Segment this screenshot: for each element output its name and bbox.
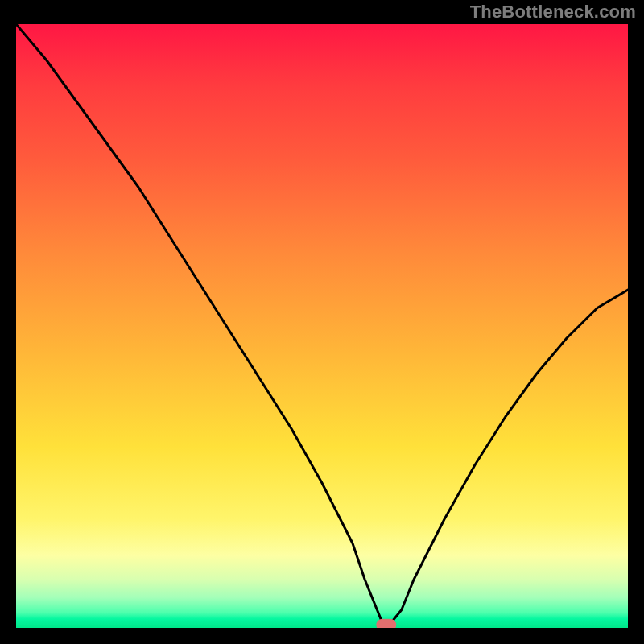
chart-frame: TheBottleneck.com (0, 0, 644, 644)
optimum-marker (377, 619, 396, 628)
bottleneck-curve (16, 24, 628, 625)
plot-area (16, 24, 628, 628)
watermark-text: TheBottleneck.com (470, 2, 636, 23)
bottleneck-curve-svg (16, 24, 628, 628)
